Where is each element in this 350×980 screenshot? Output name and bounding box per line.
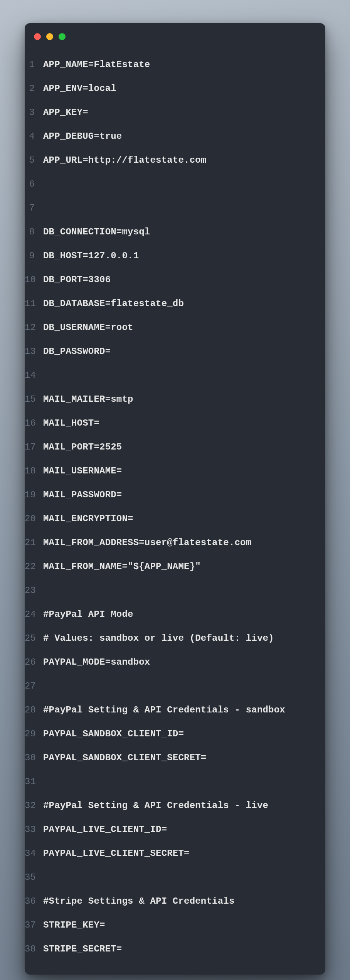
code-line[interactable]: 22MAIL_FROM_NAME="${APP_NAME}" bbox=[25, 554, 312, 578]
code-line[interactable]: 6 bbox=[25, 172, 312, 196]
line-content[interactable]: #PayPal Setting & API Credentials - live bbox=[43, 800, 312, 811]
code-line[interactable]: 31 bbox=[25, 770, 312, 793]
code-line[interactable]: 32#PayPal Setting & API Credentials - li… bbox=[25, 793, 312, 817]
code-line[interactable]: 26PAYPAL_MODE=sandbox bbox=[25, 650, 312, 674]
code-line[interactable]: 10DB_PORT=3306 bbox=[25, 268, 312, 291]
line-number: 26 bbox=[25, 657, 43, 667]
line-content[interactable]: PAYPAL_LIVE_CLIENT_ID= bbox=[43, 824, 312, 835]
line-content[interactable]: PAYPAL_MODE=sandbox bbox=[43, 657, 312, 667]
line-content[interactable]: APP_URL=http://flatestate.com bbox=[43, 155, 312, 165]
code-line[interactable]: 35 bbox=[25, 865, 312, 889]
line-number: 28 bbox=[25, 705, 43, 715]
line-content[interactable]: MAIL_MAILER=smtp bbox=[43, 394, 312, 404]
line-number: 24 bbox=[25, 609, 43, 620]
code-line[interactable]: 34PAYPAL_LIVE_CLIENT_SECRET= bbox=[25, 841, 312, 865]
line-content[interactable]: DB_PASSWORD= bbox=[43, 346, 312, 357]
line-number: 8 bbox=[25, 227, 43, 237]
line-number: 36 bbox=[25, 896, 43, 906]
line-number: 16 bbox=[25, 418, 43, 428]
line-number: 4 bbox=[25, 131, 43, 141]
code-line[interactable]: 24#PayPal API Mode bbox=[25, 602, 312, 626]
line-content[interactable]: DB_HOST=127.0.0.1 bbox=[43, 251, 312, 261]
line-number: 23 bbox=[25, 585, 43, 596]
code-line[interactable]: 9DB_HOST=127.0.0.1 bbox=[25, 244, 312, 268]
code-line[interactable]: 28#PayPal Setting & API Credentials - sa… bbox=[25, 698, 312, 722]
code-line[interactable]: 3APP_KEY= bbox=[25, 100, 312, 124]
line-number: 11 bbox=[25, 298, 43, 309]
code-line[interactable]: 33PAYPAL_LIVE_CLIENT_ID= bbox=[25, 817, 312, 841]
line-content[interactable]: #PayPal API Mode bbox=[43, 609, 312, 620]
line-content[interactable]: APP_KEY= bbox=[43, 107, 312, 118]
code-line[interactable]: 11DB_DATABASE=flatestate_db bbox=[25, 291, 312, 315]
minimize-icon[interactable] bbox=[46, 33, 53, 40]
code-line[interactable]: 2APP_ENV=local bbox=[25, 76, 312, 100]
code-line[interactable]: 25# Values: sandbox or live (Default: li… bbox=[25, 626, 312, 650]
line-number: 9 bbox=[25, 251, 43, 261]
code-line[interactable]: 36#Stripe Settings & API Credentials bbox=[25, 889, 312, 913]
line-content[interactable]: PAYPAL_SANDBOX_CLIENT_ID= bbox=[43, 729, 312, 739]
code-line[interactable]: 29PAYPAL_SANDBOX_CLIENT_ID= bbox=[25, 722, 312, 746]
line-number: 6 bbox=[25, 179, 43, 189]
line-content[interactable]: MAIL_USERNAME= bbox=[43, 466, 312, 476]
line-content[interactable]: STRIPE_SECRET= bbox=[43, 944, 312, 954]
code-line[interactable]: 38STRIPE_SECRET= bbox=[25, 937, 312, 961]
line-number: 3 bbox=[25, 107, 43, 118]
code-line[interactable]: 23 bbox=[25, 578, 312, 602]
code-line[interactable]: 5APP_URL=http://flatestate.com bbox=[25, 148, 312, 172]
code-line[interactable]: 27 bbox=[25, 674, 312, 698]
line-number: 25 bbox=[25, 633, 43, 643]
line-content[interactable]: MAIL_FROM_ADDRESS=user@flatestate.com bbox=[43, 537, 312, 548]
code-area[interactable]: 1APP_NAME=FlatEstate2APP_ENV=local3APP_K… bbox=[25, 50, 325, 963]
line-number: 14 bbox=[25, 370, 43, 381]
line-number: 2 bbox=[25, 83, 43, 94]
line-number: 15 bbox=[25, 394, 43, 404]
editor-window: 1APP_NAME=FlatEstate2APP_ENV=local3APP_K… bbox=[25, 23, 325, 975]
line-content[interactable]: MAIL_PASSWORD= bbox=[43, 490, 312, 500]
line-content[interactable]: STRIPE_KEY= bbox=[43, 920, 312, 930]
line-content[interactable]: PAYPAL_SANDBOX_CLIENT_SECRET= bbox=[43, 753, 312, 763]
code-line[interactable]: 16MAIL_HOST= bbox=[25, 411, 312, 435]
line-content[interactable]: APP_ENV=local bbox=[43, 83, 312, 94]
code-line[interactable]: 18MAIL_USERNAME= bbox=[25, 459, 312, 483]
code-line[interactable]: 37STRIPE_KEY= bbox=[25, 913, 312, 937]
line-number: 17 bbox=[25, 442, 43, 452]
code-line[interactable]: 17MAIL_PORT=2525 bbox=[25, 435, 312, 459]
line-number: 27 bbox=[25, 681, 43, 691]
code-line[interactable]: 15MAIL_MAILER=smtp bbox=[25, 387, 312, 411]
code-line[interactable]: 21MAIL_FROM_ADDRESS=user@flatestate.com bbox=[25, 530, 312, 554]
line-number: 31 bbox=[25, 776, 43, 787]
line-content[interactable]: MAIL_ENCRYPTION= bbox=[43, 514, 312, 524]
line-content[interactable]: # Values: sandbox or live (Default: live… bbox=[43, 633, 312, 643]
window-titlebar bbox=[25, 23, 325, 50]
code-line[interactable]: 30PAYPAL_SANDBOX_CLIENT_SECRET= bbox=[25, 746, 312, 770]
code-line[interactable]: 1APP_NAME=FlatEstate bbox=[25, 52, 312, 76]
maximize-icon[interactable] bbox=[59, 33, 66, 40]
code-line[interactable]: 13DB_PASSWORD= bbox=[25, 339, 312, 363]
line-content[interactable]: DB_PORT=3306 bbox=[43, 274, 312, 285]
line-content[interactable]: MAIL_FROM_NAME="${APP_NAME}" bbox=[43, 561, 312, 572]
code-line[interactable]: 7 bbox=[25, 196, 312, 220]
line-content[interactable]: MAIL_PORT=2525 bbox=[43, 442, 312, 452]
line-number: 37 bbox=[25, 920, 43, 930]
line-content[interactable]: #Stripe Settings & API Credentials bbox=[43, 896, 312, 906]
line-content[interactable]: DB_USERNAME=root bbox=[43, 322, 312, 333]
code-line[interactable]: 8DB_CONNECTION=mysql bbox=[25, 220, 312, 244]
close-icon[interactable] bbox=[34, 33, 41, 40]
line-number: 13 bbox=[25, 346, 43, 357]
line-number: 29 bbox=[25, 729, 43, 739]
line-content[interactable]: APP_NAME=FlatEstate bbox=[43, 59, 312, 70]
code-line[interactable]: 19MAIL_PASSWORD= bbox=[25, 483, 312, 507]
line-content[interactable]: PAYPAL_LIVE_CLIENT_SECRET= bbox=[43, 848, 312, 859]
line-content[interactable]: MAIL_HOST= bbox=[43, 418, 312, 428]
code-line[interactable]: 12DB_USERNAME=root bbox=[25, 315, 312, 339]
code-line[interactable]: 14 bbox=[25, 363, 312, 387]
line-number: 35 bbox=[25, 872, 43, 882]
line-content[interactable]: DB_CONNECTION=mysql bbox=[43, 227, 312, 237]
line-content[interactable]: #PayPal Setting & API Credentials - sand… bbox=[43, 705, 312, 715]
line-content[interactable]: DB_DATABASE=flatestate_db bbox=[43, 298, 312, 309]
code-line[interactable]: 20MAIL_ENCRYPTION= bbox=[25, 507, 312, 530]
code-line[interactable]: 4APP_DEBUG=true bbox=[25, 124, 312, 148]
line-number: 19 bbox=[25, 490, 43, 500]
line-number: 7 bbox=[25, 203, 43, 213]
line-content[interactable]: APP_DEBUG=true bbox=[43, 131, 312, 141]
